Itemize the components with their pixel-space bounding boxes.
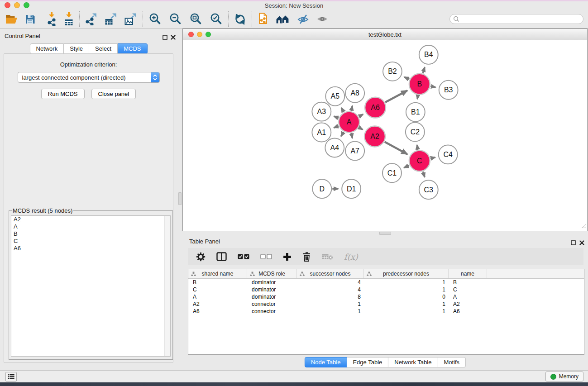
- open-session-icon[interactable]: [5, 14, 18, 24]
- zoom-selected-icon[interactable]: [210, 13, 223, 26]
- delete-columns-icon[interactable]: [302, 252, 311, 262]
- split-table-view-icon[interactable]: [216, 252, 227, 261]
- tab-select[interactable]: Select: [89, 43, 118, 54]
- graph-node-B[interactable]: B: [409, 74, 430, 95]
- task-history-button[interactable]: [5, 372, 17, 381]
- graph-edge-A-A8[interactable]: [351, 106, 352, 111]
- graph-node-A1[interactable]: A1: [312, 123, 331, 142]
- graph-edge-A-A4[interactable]: [341, 132, 344, 136]
- graph-edge-B-B2[interactable]: [404, 77, 409, 79]
- function-builder-icon[interactable]: f(x): [344, 252, 358, 262]
- network-window-titlebar[interactable]: testGlobe.txt: [183, 29, 587, 40]
- search-input[interactable]: [449, 14, 583, 24]
- graph-edge-A2-C[interactable]: [385, 142, 407, 154]
- graph-node-C3[interactable]: C3: [419, 180, 438, 199]
- graph-node-C[interactable]: C: [409, 150, 430, 171]
- criterion-dropdown[interactable]: largest connected component (directed): [18, 72, 160, 83]
- graph-edge-A-A3[interactable]: [334, 116, 338, 118]
- graph-edge-B-B3[interactable]: [430, 86, 435, 87]
- table-row[interactable]: Bdominator41B: [188, 279, 584, 286]
- graph-edge-B-B4[interactable]: [423, 67, 425, 73]
- graph-node-A7[interactable]: A7: [345, 141, 364, 160]
- add-column-icon[interactable]: [283, 253, 292, 261]
- graph-node-D[interactable]: D: [312, 179, 331, 198]
- tab-edge-table[interactable]: Edge Table: [347, 357, 388, 367]
- graph-node-B2[interactable]: B2: [383, 62, 402, 81]
- run-mcds-button[interactable]: Run MCDS: [41, 89, 85, 99]
- graph-node-C2[interactable]: C2: [406, 123, 425, 142]
- graph-node-D1[interactable]: D1: [342, 179, 361, 198]
- deselect-all-columns-icon[interactable]: [260, 254, 272, 259]
- close-panel-icon[interactable]: [171, 33, 176, 42]
- mcds-result-item[interactable]: B: [11, 230, 170, 238]
- close-panel-button[interactable]: Close panel: [91, 89, 136, 99]
- delete-table-icon[interactable]: [322, 253, 333, 260]
- tab-style[interactable]: Style: [64, 43, 89, 54]
- graph-node-B3[interactable]: B3: [439, 81, 458, 100]
- graph-node-A[interactable]: A: [339, 112, 359, 133]
- graph-node-A5[interactable]: A5: [325, 87, 344, 106]
- export-image-icon[interactable]: [124, 13, 137, 25]
- tab-network[interactable]: Network: [29, 43, 64, 54]
- graph-node-C4[interactable]: C4: [439, 145, 458, 164]
- graph-edge-A-A2[interactable]: [359, 128, 363, 130]
- network-canvas[interactable]: B4B2BB3A5A8A6A3B1AA1C2A2A4A7C4CC1C3DD1: [183, 41, 587, 231]
- graph-edge-C-C3[interactable]: [423, 172, 425, 177]
- import-network-icon[interactable]: [47, 12, 57, 26]
- tab-mcds[interactable]: MCDS: [118, 43, 147, 54]
- graph-node-A8[interactable]: A8: [345, 84, 364, 103]
- graph-node-A2[interactable]: A2: [364, 126, 385, 147]
- export-table-icon[interactable]: [105, 13, 117, 25]
- graph-edge-A-A1[interactable]: [334, 126, 338, 128]
- graph-node-B1[interactable]: B1: [406, 103, 425, 122]
- close-table-panel-icon[interactable]: [579, 239, 584, 247]
- settings-gear-icon[interactable]: [196, 252, 206, 262]
- column-header-name[interactable]: name: [449, 269, 487, 278]
- mcds-result-item[interactable]: C: [11, 238, 170, 245]
- zoom-in-icon[interactable]: [148, 13, 162, 26]
- column-header-shared-name[interactable]: shared name: [188, 269, 247, 278]
- column-header-predecessor-nodes[interactable]: predecessor nodes: [364, 269, 449, 278]
- mcds-result-item[interactable]: A6: [11, 245, 170, 252]
- zoom-window-button[interactable]: [24, 2, 29, 8]
- tab-motifs[interactable]: Motifs: [438, 357, 466, 367]
- tab-node-table[interactable]: Node Table: [305, 357, 347, 367]
- graph-edge-B-B1[interactable]: [417, 95, 418, 99]
- table-row[interactable]: A6connector11A6: [188, 308, 584, 315]
- graph-node-C1[interactable]: C1: [382, 163, 402, 182]
- graph-node-A3[interactable]: A3: [312, 102, 331, 121]
- vertical-split-handle[interactable]: [178, 192, 182, 205]
- memory-button[interactable]: Memory: [545, 372, 583, 381]
- table-row[interactable]: A2connector11A2: [188, 300, 584, 308]
- zoom-fit-icon[interactable]: [189, 13, 202, 26]
- mcds-result-item[interactable]: A2: [11, 216, 170, 223]
- graph-node-B4[interactable]: B4: [419, 45, 438, 64]
- mcds-result-item[interactable]: A: [11, 223, 170, 230]
- new-network-from-selection-icon[interactable]: [258, 13, 268, 26]
- hide-selected-icon[interactable]: [297, 14, 309, 25]
- graph-edge-C-C4[interactable]: [430, 157, 435, 158]
- graph-edge-A-A7[interactable]: [351, 133, 352, 138]
- graph-edge-A-A5[interactable]: [341, 108, 344, 112]
- save-session-icon[interactable]: [25, 14, 35, 24]
- window-resize-grip[interactable]: [581, 222, 587, 230]
- graph-edge-A-A6[interactable]: [359, 114, 363, 117]
- table-row[interactable]: Cdominator41C: [188, 286, 584, 293]
- close-window-button[interactable]: [5, 2, 10, 8]
- network-minimize-button[interactable]: [197, 32, 202, 37]
- zoom-out-icon[interactable]: [169, 13, 182, 26]
- graph-edge-A6-B[interactable]: [385, 91, 407, 102]
- graph-edge-C-C1[interactable]: [404, 165, 409, 167]
- show-all-icon[interactable]: [316, 14, 328, 24]
- graph-node-A6[interactable]: A6: [365, 97, 386, 118]
- export-network-icon[interactable]: [85, 13, 97, 25]
- tab-network-table[interactable]: Network Table: [388, 357, 438, 367]
- apply-layout-icon[interactable]: [234, 13, 246, 25]
- horizontal-split-handle[interactable]: [379, 232, 391, 235]
- column-header-successor-nodes[interactable]: successor nodes: [297, 269, 364, 278]
- select-all-columns-icon[interactable]: [238, 254, 249, 259]
- table-row[interactable]: Adominator80A: [188, 293, 584, 300]
- minimize-window-button[interactable]: [14, 2, 20, 8]
- result-scrollbar[interactable]: [164, 216, 170, 356]
- graph-node-A4[interactable]: A4: [325, 138, 344, 157]
